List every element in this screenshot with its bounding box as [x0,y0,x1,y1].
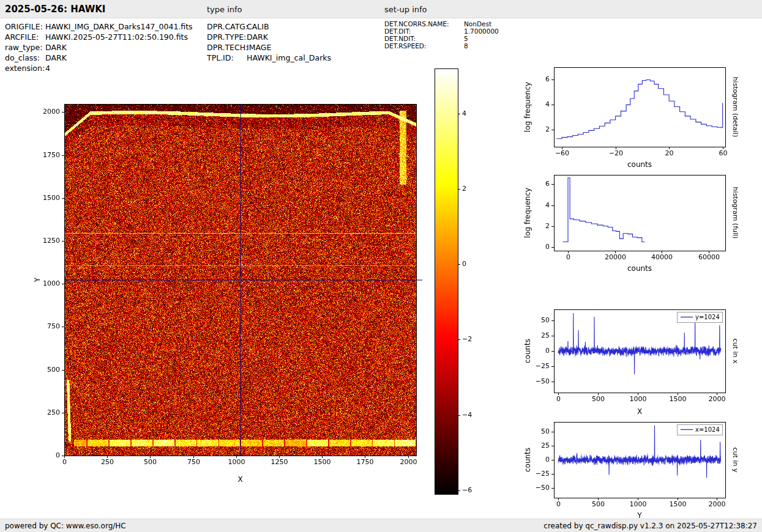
field-label: ORIGFILE: [5,22,45,31]
field-label: raw_type: [5,43,45,52]
field-label: DPR.CATG: [207,22,247,31]
cut-in-x-plot [517,301,747,416]
field-value: IMAGE [247,43,271,52]
qc-report-page: 2025-05-26: HAWKI type info set-up info … [0,0,762,532]
field-label: DPR.TECH: [207,43,247,52]
footer-bar: powered by QC: www.eso.org/HC created by… [0,519,762,532]
field-label: DET.NDIT: [384,35,464,42]
histogram-full-plot [517,166,747,275]
detector-image-plot [24,58,428,501]
type-info-heading: type info [207,5,242,14]
type-info-row: DPR.TECH:IMAGE [207,43,271,52]
type-info-row: DPR.TYPE:DARK [207,32,268,42]
field-value: NonDest [464,20,491,28]
field-label: DET.DIT: [384,28,464,35]
header-bar: 2025-05-26: HAWKI type info set-up info [0,0,762,18]
file-info-row: ARCFILE:HAWKI.2025-05-27T11:02:50.190.fi… [5,32,188,42]
field-value: 8 [464,42,468,50]
footer-powered-by: powered by QC: www.eso.org/HC [5,522,126,530]
page-title: 2025-05-26: HAWKI [5,4,105,15]
setup-info-row: DET.RSPEED:8 [384,42,468,50]
setup-info-row: DET.DIT:1.7000000 [384,28,499,35]
field-value: DARK [45,43,67,52]
field-label: DET.NCORRS.NAME: [384,20,464,28]
field-label: DPR.TYPE: [207,32,247,42]
field-value: 5 [464,35,468,42]
field-label: ARCFILE: [5,32,45,42]
file-info-row: raw_type:DARK [5,43,67,52]
footer-created-by: created by qc_rawdisp.py v1.2.3 on 2025-… [543,522,757,530]
field-label: DET.RSPEED: [384,42,464,50]
field-value: HAWKI.2025-05-27T11:02:50.190.fits [45,32,188,42]
file-info-row: ORIGFILE:HAWKI_IMG_DARK_Darks147_0041.fi… [5,22,193,31]
field-value: 1.7000000 [464,28,499,35]
setup-info-heading: set-up info [384,5,427,14]
setup-info-row: DET.NDIT:5 [384,35,468,42]
field-value: DARK [247,32,268,42]
setup-info-row: DET.NCORRS.NAME:NonDest [384,20,491,28]
histogram-detail-plot [517,58,747,169]
field-value: HAWKI_IMG_DARK_Darks147_0041.fits [45,22,193,31]
field-value: CALIB [247,22,269,31]
colorbar [428,64,480,501]
type-info-row: DPR.CATG:CALIB [207,22,269,31]
cut-in-y-plot [517,415,747,522]
